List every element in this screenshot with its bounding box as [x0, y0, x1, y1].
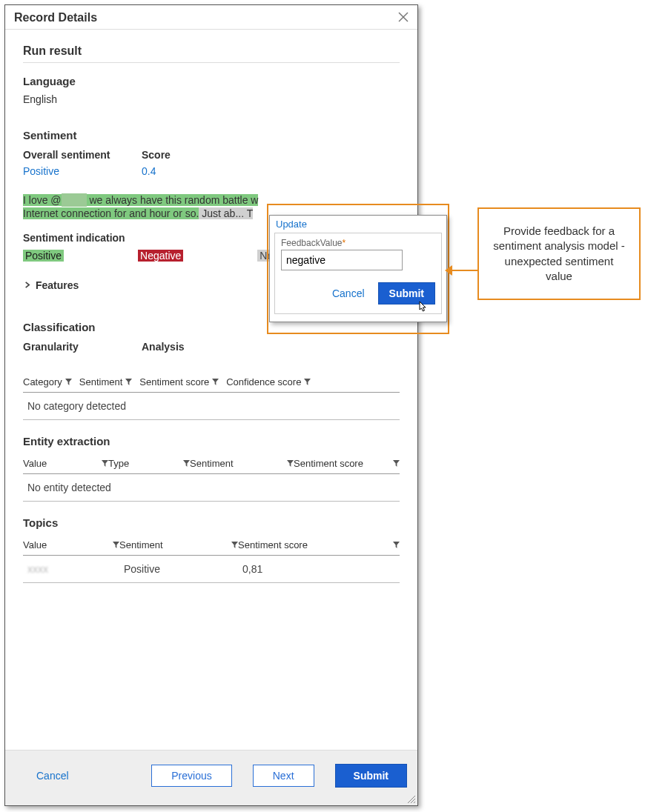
popup-cancel-link[interactable]: Cancel	[332, 287, 365, 299]
positive-span: I love @XXXX we always have this random …	[23, 194, 258, 206]
svg-line-15	[414, 802, 415, 803]
redacted-span: XXXX	[62, 193, 87, 207]
callout-connector	[449, 270, 477, 271]
th-sentiment-score[interactable]: Sentiment score	[139, 376, 219, 387]
topic-score: 0,81	[242, 563, 262, 575]
topics-table-header: Value Sentiment Sentiment score	[23, 535, 400, 556]
filter-icon[interactable]	[287, 458, 294, 469]
th-category[interactable]: Category	[23, 376, 72, 387]
divider	[23, 62, 400, 63]
dialog-title: Record Details	[14, 11, 97, 24]
language-heading: Language	[23, 75, 400, 87]
svg-marker-8	[287, 460, 294, 467]
dialog-footer: Cancel Previous Next Submit	[5, 750, 417, 805]
entity-empty-row: No entity detected	[23, 474, 400, 502]
classification-meta-row: Granularity Analysis	[23, 341, 400, 353]
legend-positive: Positive	[23, 250, 64, 262]
classification-table-header: Category Sentiment Sentiment score Confi…	[23, 372, 400, 393]
neutral-span: Just ab... T	[199, 207, 253, 219]
filter-icon[interactable]	[393, 458, 400, 469]
th-sentiment[interactable]: Sentiment	[190, 458, 294, 469]
entity-extraction-heading: Entity extraction	[23, 435, 400, 447]
topic-sentiment: Positive	[124, 563, 242, 575]
entity-table-header: Value Type Sentiment Sentiment score	[23, 453, 400, 474]
required-asterisk: *	[343, 238, 346, 248]
svg-marker-5	[304, 379, 311, 385]
callout-text: Provide feedback for a sentiment analysi…	[493, 224, 625, 282]
analysis-label: Analysis	[142, 341, 400, 353]
filter-icon[interactable]	[113, 539, 119, 550]
svg-marker-10	[113, 542, 119, 548]
legend-negative: Negative	[138, 250, 183, 262]
callout-text-box: Provide feedback for a sentiment analysi…	[477, 207, 641, 300]
th-sentiment[interactable]: Sentiment	[79, 376, 133, 387]
svg-marker-3	[125, 379, 132, 385]
th-sentiment-score[interactable]: Sentiment score	[238, 539, 400, 550]
dialog-body: Run result Language English Sentiment Ov…	[5, 30, 417, 750]
popup-title: Update	[270, 216, 446, 231]
th-type[interactable]: Type	[108, 458, 190, 469]
filter-icon[interactable]	[65, 376, 72, 387]
th-confidence-score[interactable]: Confidence score	[226, 376, 311, 387]
resize-handle-icon[interactable]	[406, 793, 416, 804]
th-sentiment-score[interactable]: Sentiment score	[294, 458, 400, 469]
feedback-value-label: FeedbackValue*	[281, 238, 435, 248]
filter-icon[interactable]	[102, 458, 108, 469]
overall-sentiment-value-link[interactable]: Positive	[23, 165, 59, 177]
score-value-link[interactable]: 0.4	[142, 165, 156, 177]
topics-heading: Topics	[23, 516, 400, 529]
close-icon[interactable]	[398, 12, 409, 24]
classification-heading: Classification	[23, 321, 400, 333]
filter-icon[interactable]	[125, 376, 132, 387]
filter-icon[interactable]	[183, 458, 190, 469]
th-value[interactable]: Value	[23, 458, 108, 469]
cancel-link[interactable]: Cancel	[36, 770, 69, 782]
granularity-label: Granularity	[23, 341, 142, 353]
run-result-heading: Run result	[23, 44, 400, 58]
filter-icon[interactable]	[304, 376, 311, 387]
svg-marker-9	[393, 460, 400, 467]
language-value: English	[23, 93, 400, 105]
overall-sentiment-label: Overall sentiment	[23, 149, 142, 161]
dialog-titlebar: Record Details	[5, 5, 417, 30]
classification-empty-row: No category detected	[23, 393, 400, 420]
sentiment-heading: Sentiment	[23, 129, 400, 142]
sentiment-summary-row: Overall sentiment Positive Score 0.4	[23, 149, 400, 177]
svg-marker-12	[393, 542, 400, 548]
chevron-right-icon	[23, 279, 31, 291]
filter-icon[interactable]	[231, 539, 238, 550]
svg-marker-11	[231, 542, 238, 548]
previous-button[interactable]: Previous	[151, 765, 231, 787]
th-sentiment[interactable]: Sentiment	[119, 539, 238, 550]
filter-icon[interactable]	[393, 539, 400, 550]
cursor-pointer-icon	[415, 300, 429, 315]
submit-button[interactable]: Submit	[335, 764, 407, 788]
topics-row: xxxx Positive 0,81	[23, 556, 400, 583]
score-label: Score	[142, 149, 400, 161]
filter-icon[interactable]	[212, 376, 219, 387]
svg-marker-7	[183, 460, 190, 467]
topic-value: xxxx	[27, 563, 124, 575]
features-label: Features	[36, 279, 79, 291]
th-value[interactable]: Value	[23, 539, 119, 550]
svg-marker-4	[212, 379, 219, 385]
svg-marker-6	[102, 460, 108, 467]
feedback-value-input[interactable]	[281, 250, 403, 270]
next-button[interactable]: Next	[253, 765, 314, 787]
record-details-dialog: Record Details Run result Language Engli…	[4, 4, 418, 806]
svg-marker-2	[65, 379, 72, 385]
popup-actions: Cancel Submit	[281, 282, 435, 304]
